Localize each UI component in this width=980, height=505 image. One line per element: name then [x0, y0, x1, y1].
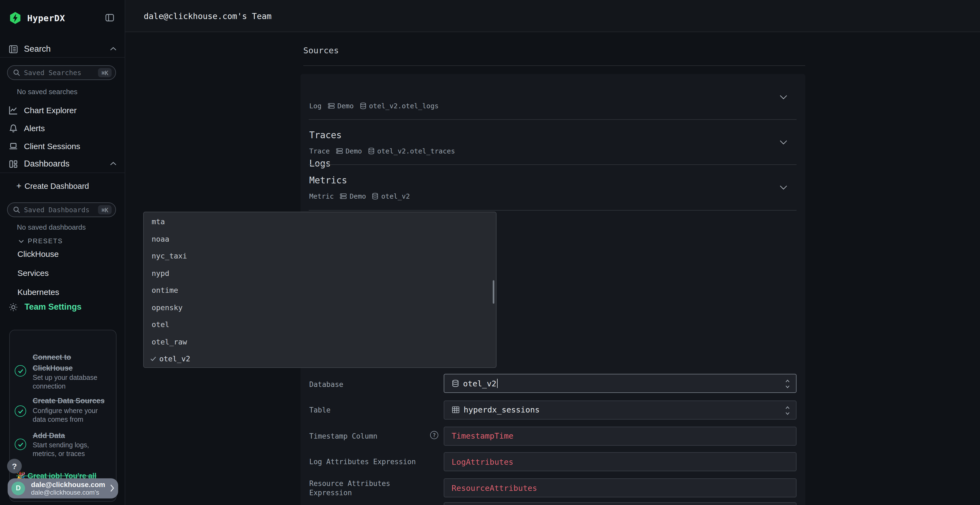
- sidebar-item-client-sessions[interactable]: Client Sessions: [0, 138, 125, 154]
- user-menu[interactable]: D dale@clickhouse.com dale@clickhouse.co…: [8, 478, 118, 498]
- check-circle-icon: [15, 365, 26, 376]
- sidebar-item-label: Client Sessions: [24, 141, 80, 151]
- preset-kubernetes[interactable]: Kubernetes: [18, 287, 59, 297]
- collapse-sidebar-icon[interactable]: [105, 13, 115, 22]
- saved-dashboards-input[interactable]: [24, 206, 98, 214]
- database-select[interactable]: otel_v2: [444, 374, 796, 393]
- resource-attributes-input[interactable]: ResourceAttributes: [444, 478, 796, 497]
- field-label-log-attributes: Log Attributes Expression: [309, 457, 416, 466]
- dropdown-option-selected[interactable]: otel_v2: [150, 353, 190, 364]
- plus-icon: +: [16, 181, 22, 191]
- select-arrows-icon: [785, 405, 790, 416]
- laptop-icon: [9, 141, 18, 151]
- bell-icon: [9, 123, 18, 132]
- database-icon: [360, 102, 366, 110]
- team-page-title: dale@clickhouse.com's Team: [144, 11, 272, 21]
- saved-dashboards-search[interactable]: ⌘K: [7, 202, 116, 217]
- user-subtitle: dale@clickhouse.com's: [31, 488, 99, 496]
- team-settings-link[interactable]: Team Settings: [0, 299, 125, 315]
- preset-clickhouse[interactable]: ClickHouse: [18, 249, 59, 259]
- chevron-up-icon: [110, 162, 116, 166]
- sidebar-item-dashboards[interactable]: Dashboards: [0, 156, 125, 172]
- source-meta-traces: Trace Demo otel_v2.otel_traces: [309, 147, 455, 155]
- divider: [309, 164, 797, 165]
- server-icon: [340, 193, 347, 200]
- top-bar: dale@clickhouse.com's Team: [125, 0, 980, 32]
- resource-attributes-value: ResourceAttributes: [452, 483, 537, 492]
- log-attributes-input[interactable]: LogAttributes: [444, 452, 796, 471]
- search-panel-icon: [9, 44, 18, 54]
- database-icon: [368, 148, 375, 154]
- connection-group: Demo: [340, 192, 366, 200]
- gear-icon: [9, 302, 18, 311]
- table-select[interactable]: hyperdx_sessions: [444, 400, 796, 419]
- table-value: hyperdx_sessions: [464, 405, 539, 414]
- table-icon: [452, 406, 459, 414]
- dropdown-option[interactable]: ontime: [152, 284, 178, 295]
- no-saved-dashboards-text: No saved dashboards: [17, 223, 86, 231]
- get-started-item-desc: Set up your database connection: [33, 373, 103, 391]
- chevron-down-icon[interactable]: [780, 95, 787, 100]
- sidebar-item-label: Chart Explorer: [24, 105, 76, 114]
- divider: [309, 119, 797, 120]
- chevron-down-icon: [19, 239, 24, 243]
- server-icon: [336, 148, 343, 154]
- timestamp-column-value: TimestampTime: [452, 432, 514, 440]
- help-button[interactable]: ?: [7, 459, 22, 473]
- dropdown-option[interactable]: nyc_taxi: [152, 250, 187, 261]
- timestamp-column-input[interactable]: TimestampTime: [444, 426, 796, 445]
- dropdown-option[interactable]: mta: [152, 216, 165, 227]
- search-icon: [13, 206, 20, 213]
- saved-searches-search[interactable]: ⌘K: [7, 65, 116, 80]
- search-icon: [13, 69, 20, 76]
- location-name: otel_v2.otel_logs: [369, 102, 439, 110]
- dropdown-option[interactable]: noaa: [152, 233, 169, 244]
- database-icon: [372, 193, 379, 200]
- search-section-label: Search: [24, 44, 51, 54]
- check-icon: [150, 356, 156, 361]
- sidebar-item-chart-explorer[interactable]: Chart Explorer: [0, 102, 125, 118]
- field-label-timestamp-column: Timestamp Column: [309, 432, 377, 441]
- chevron-down-icon[interactable]: [780, 140, 787, 145]
- field-label-database: Database: [309, 380, 343, 389]
- shortcut-badge: ⌘K: [98, 68, 111, 77]
- location-name: otel_v2: [381, 192, 410, 200]
- sidebar-item-alerts[interactable]: Alerts: [0, 120, 125, 136]
- check-circle-icon: [15, 405, 26, 417]
- location-group: otel_v2.otel_logs: [360, 102, 439, 110]
- presets-toggle[interactable]: PRESETS: [0, 233, 125, 249]
- get-started-item-title: Connect toClickHouse: [33, 352, 102, 373]
- connection-group: Demo: [328, 102, 354, 110]
- dropdown-option[interactable]: otel: [152, 319, 169, 330]
- search-section-header[interactable]: Search: [0, 41, 125, 57]
- line-chart-icon: [9, 105, 18, 114]
- divider: [309, 210, 797, 211]
- presets-label: PRESETS: [28, 237, 63, 245]
- location-group: otel_v2: [372, 192, 410, 200]
- dropdown-option[interactable]: otel_raw: [152, 336, 187, 347]
- help-circle-icon[interactable]: ?: [430, 431, 438, 439]
- avatar: D: [11, 481, 25, 495]
- hyperdx-logo-icon: [9, 11, 22, 24]
- dropdown-option[interactable]: opensky: [152, 302, 183, 313]
- text-caret: [497, 379, 498, 388]
- field-label-table: Table: [309, 405, 331, 414]
- team-settings-label: Team Settings: [24, 302, 82, 312]
- no-saved-searches-text: No saved searches: [17, 87, 78, 96]
- chevron-down-icon[interactable]: [780, 185, 787, 190]
- saved-searches-input[interactable]: [24, 68, 98, 77]
- source-kind: Trace: [309, 147, 330, 155]
- select-arrows-icon: [785, 379, 790, 389]
- dropdown-scrollbar[interactable]: [492, 280, 494, 304]
- page-title: Sources: [303, 46, 339, 56]
- source-title-metrics: Metrics: [309, 175, 347, 186]
- get-started-item-title: Add Data: [33, 430, 115, 441]
- next-field-input-partial[interactable]: [444, 502, 796, 505]
- dropdown-option[interactable]: nypd: [152, 267, 169, 278]
- sidebar: HyperDX Search ⌘K: [0, 0, 125, 505]
- database-icon: [452, 379, 459, 387]
- user-name: dale@clickhouse.com: [31, 480, 105, 488]
- preset-services[interactable]: Services: [18, 268, 49, 278]
- create-dashboard-button[interactable]: + Create Dashboard: [0, 178, 125, 194]
- check-circle-icon: [15, 438, 26, 450]
